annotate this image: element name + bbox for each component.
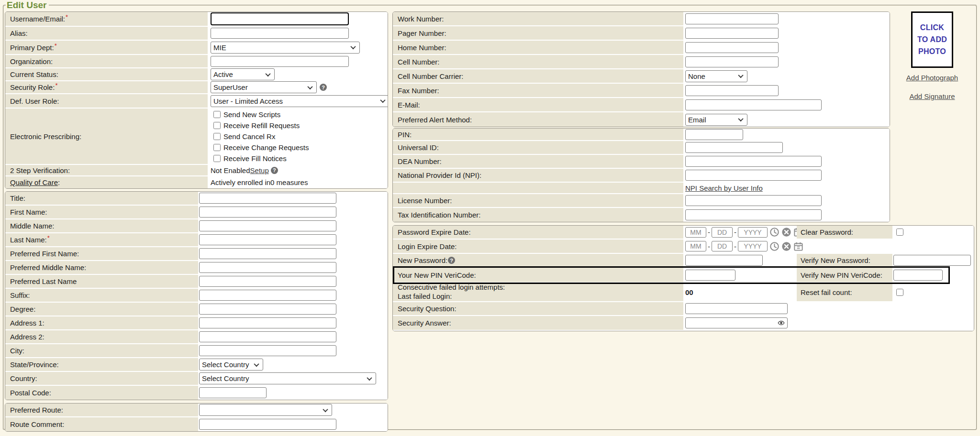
work-number-value-cell [683, 12, 890, 25]
route-comment-input[interactable] [199, 419, 336, 430]
license-number-label: License Number: [398, 196, 452, 205]
dea-number-label-cell: DEA Number: [393, 155, 683, 168]
home-number-input[interactable] [685, 42, 779, 53]
preferred-route-select[interactable] [199, 404, 332, 416]
contact-table: Work Number: Pager Number: Home Number: … [392, 11, 890, 127]
work-number-input[interactable] [685, 13, 779, 24]
preferred-first-name-input[interactable] [199, 248, 336, 259]
preferred-middle-name-row: Preferred Middle Name: [5, 261, 388, 275]
verify-pin-vericode-input[interactable] [893, 270, 943, 281]
degree-input[interactable] [199, 304, 336, 315]
password-expire-label: Password Expire Date: [398, 228, 471, 236]
security-question-input[interactable] [685, 303, 788, 314]
receive-fill-notices-checkbox[interactable] [213, 155, 221, 162]
add-signature-link[interactable]: Add Signature [891, 92, 973, 100]
password-expire-mm-input[interactable] [685, 227, 706, 238]
license-number-input[interactable] [685, 195, 822, 206]
receive-refill-requests-checkbox[interactable] [213, 122, 221, 129]
pager-number-input[interactable] [685, 28, 779, 39]
cell-carrier-select[interactable]: None [685, 70, 747, 82]
alias-input[interactable] [211, 28, 349, 39]
verify-new-password-label: Verify New Password: [801, 256, 870, 264]
tax-id-input[interactable] [685, 209, 822, 220]
route-table: Preferred Route: Route Comment: [5, 403, 388, 432]
last-name-input[interactable] [199, 234, 336, 245]
preferred-last-name-label-cell: Preferred Last Name [5, 275, 198, 288]
address1-input[interactable] [199, 317, 336, 328]
email-input[interactable] [685, 99, 822, 110]
username-row: Username/Email:* [5, 12, 388, 27]
setup-link[interactable]: Setup [250, 166, 269, 174]
receive-change-requests-checkbox[interactable] [213, 144, 221, 151]
cell-number-label-cell: Cell Number: [393, 55, 683, 68]
universal-id-input[interactable] [685, 142, 783, 153]
city-input[interactable] [199, 345, 336, 356]
time-picker-icon[interactable] [769, 227, 780, 237]
username-input[interactable] [211, 12, 349, 25]
send-cancel-rx-checkbox[interactable] [213, 133, 221, 140]
preferred-middle-name-input[interactable] [199, 262, 336, 273]
country-select[interactable]: Select Country [199, 372, 376, 384]
pin-input[interactable] [685, 129, 743, 140]
alert-method-select[interactable]: Email [685, 114, 747, 126]
receive-fill-notices-label: Receive Fill Notices [223, 154, 287, 163]
security-answer-input[interactable] [685, 317, 788, 328]
password-expire-yyyy-input[interactable] [738, 227, 768, 238]
calendar-icon[interactable] [793, 241, 803, 251]
organization-input[interactable] [211, 56, 349, 67]
npi-search-link[interactable]: NPI Search by User Info [685, 184, 763, 192]
npi-input[interactable] [685, 170, 822, 181]
fax-number-input[interactable] [685, 85, 779, 96]
middle-name-input[interactable] [199, 220, 336, 231]
add-photograph-link[interactable]: Add Photograph [891, 74, 973, 82]
verify-new-password-input[interactable] [893, 255, 971, 266]
password-expire-dd-input[interactable] [712, 227, 733, 238]
photo-placeholder[interactable]: CLICK TO ADD PHOTO [911, 11, 953, 68]
quality-of-care-label-cell: Quality of Care: [5, 176, 208, 188]
chevron-down-icon [323, 406, 328, 412]
login-expire-dd-input[interactable] [712, 241, 733, 251]
pin-vericode-input[interactable] [685, 270, 735, 281]
def-user-role-select[interactable]: User - Limited Access [211, 95, 388, 107]
help-icon[interactable]: ? [320, 84, 327, 91]
primary-dept-select[interactable]: MIE [211, 42, 360, 54]
help-icon[interactable]: ? [271, 167, 278, 174]
time-picker-icon[interactable] [769, 241, 780, 251]
clear-password-checkbox[interactable] [896, 229, 903, 236]
reset-fail-label: Reset fail count: [801, 288, 852, 296]
quality-of-care-row: Quality of Care: Actively enrolled in0 m… [5, 176, 388, 188]
current-status-select[interactable]: Active [211, 68, 275, 80]
login-expire-yyyy-input[interactable] [738, 241, 768, 251]
postal-code-input[interactable] [199, 387, 267, 398]
verify-pin-vericode-value-cell [892, 268, 974, 282]
reset-fail-checkbox[interactable] [896, 289, 903, 296]
cell-number-input[interactable] [685, 56, 779, 67]
clear-date-icon[interactable] [781, 227, 791, 237]
eye-icon[interactable] [778, 319, 785, 327]
preferred-last-name-input[interactable] [199, 276, 336, 287]
security-answer-row: Security Answer: [393, 316, 974, 331]
degree-value-cell [198, 303, 388, 316]
login-expire-mm-input[interactable] [685, 241, 706, 251]
primary-dept-selected: MIE [213, 44, 226, 52]
first-name-input[interactable] [199, 207, 336, 218]
clear-date-icon[interactable] [781, 241, 791, 251]
security-role-select[interactable]: SuperUser [211, 81, 317, 93]
state-province-select[interactable]: Select Country [199, 359, 263, 371]
chevron-down-icon [265, 71, 270, 76]
security-answer-wrap [685, 317, 788, 328]
address2-input[interactable] [199, 331, 336, 342]
suffix-input[interactable] [199, 290, 336, 301]
help-icon[interactable]: ? [448, 257, 455, 264]
quality-of-care-link[interactable]: Quality of Care [10, 178, 58, 186]
dea-number-input[interactable] [685, 156, 822, 167]
new-password-label: New Password: [398, 256, 447, 264]
send-new-scripts-checkbox[interactable] [213, 111, 221, 118]
primary-dept-label: Primary Dept: [10, 44, 54, 52]
preferred-route-value-cell [198, 403, 388, 416]
title-input[interactable] [199, 193, 336, 204]
license-number-label-cell: License Number: [393, 194, 683, 207]
new-password-input[interactable] [685, 255, 763, 266]
login-expire-label-cell: Login Expire Date: [393, 240, 683, 253]
country-value-cell: Select Country [198, 372, 388, 385]
